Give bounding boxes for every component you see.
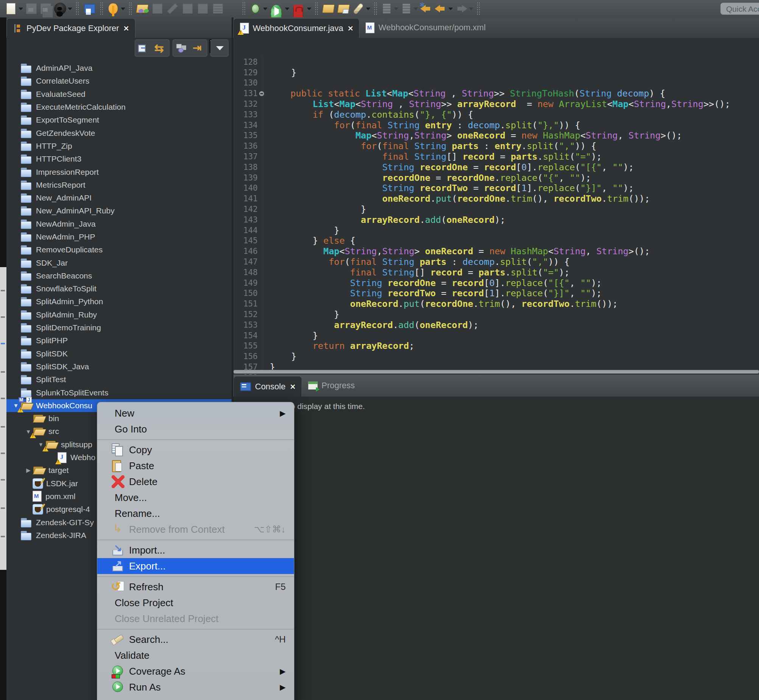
line-number[interactable]: 146 (233, 247, 260, 256)
package-presentation-icon[interactable] (175, 42, 188, 55)
console-tab-Console[interactable]: Console× (233, 376, 302, 397)
code-area[interactable]: 128129 }130131 public static List<Map<St… (233, 57, 759, 387)
close-icon[interactable]: × (124, 23, 129, 34)
tree-item-New_AdminAPI[interactable]: New_AdminAPI (6, 191, 231, 204)
menu-item-import-[interactable]: Import... (97, 542, 294, 558)
line-number[interactable]: 147 (233, 257, 260, 266)
chevron-down-icon[interactable] (366, 8, 370, 10)
link-with-editor-icon[interactable] (154, 42, 167, 55)
line-number[interactable]: 151 (233, 299, 260, 308)
line-number[interactable]: 156 (233, 352, 260, 361)
line-number[interactable]: 155 (233, 341, 260, 350)
quick-access-box[interactable]: Quick Access (720, 3, 759, 15)
chevron-down-icon[interactable] (307, 8, 311, 10)
toolbar-button-back[interactable] (435, 1, 453, 16)
menu-item-run-as[interactable]: Run As▶ (97, 679, 294, 695)
line-number[interactable]: 144 (233, 226, 260, 235)
tree-item-SplitTest[interactable]: SplitTest (6, 373, 231, 386)
line-number[interactable]: 133 (233, 110, 260, 119)
close-icon[interactable]: × (348, 23, 353, 34)
line-number[interactable]: 130 (233, 78, 260, 88)
chevron-down-icon[interactable] (448, 8, 453, 10)
horizontal-scrollbar[interactable] (233, 370, 759, 374)
menu-item-move-[interactable]: Move... (97, 490, 294, 506)
line-number[interactable]: 128 (233, 58, 260, 67)
view-menu-icon[interactable] (213, 42, 226, 55)
line-number[interactable]: 129 (233, 68, 260, 77)
menu-item-refresh[interactable]: RefreshF5 (97, 579, 294, 595)
toolbar-button-folder-clipboard[interactable] (337, 1, 350, 16)
menu-item-validate[interactable]: Validate (97, 647, 294, 663)
menu-item-close-project[interactable]: Close Project (97, 595, 294, 611)
toolbar-button-bug-green[interactable] (249, 1, 267, 16)
tree-item-SplitAdmin_Python[interactable]: SplitAdmin_Python (6, 295, 231, 308)
tree-item-SDK_Jar[interactable]: SDK_Jar (6, 256, 231, 269)
tree-item-EvaluateSeed[interactable]: EvaluateSeed (6, 88, 231, 101)
tree-item-SearchBeacons[interactable]: SearchBeacons (6, 269, 231, 282)
toolbar-button-profile-red[interactable] (292, 1, 311, 16)
menu-item-paste[interactable]: Paste (97, 458, 294, 474)
focus-on-active-task-icon[interactable] (192, 42, 205, 55)
tree-item-SplitSDK_Java[interactable]: SplitSDK_Java (6, 360, 231, 373)
toolbar-button-bug-orange[interactable] (107, 1, 125, 16)
line-number[interactable]: 134 (233, 121, 260, 130)
chevron-down-icon[interactable] (414, 8, 418, 10)
close-icon[interactable]: × (290, 381, 295, 392)
editor-tab-WebhookConsumer.java[interactable]: WebhookConsumer.java× (233, 18, 359, 38)
chevron-down-icon[interactable] (469, 8, 473, 10)
line-number[interactable]: 141 (233, 194, 260, 203)
toolbar-button-folder-open[interactable] (322, 1, 335, 16)
tree-item-ExecuteMetricCalculation[interactable]: ExecuteMetricCalculation (6, 101, 231, 114)
menu-item-search-[interactable]: Search...^H (97, 631, 294, 647)
tree-item-GetZendeskVote[interactable]: GetZendeskVote (6, 127, 231, 139)
menu-item-rename-[interactable]: Rename... (97, 506, 294, 522)
line-number[interactable]: 152 (233, 310, 260, 319)
tree-item-ExportToSegment[interactable]: ExportToSegment (6, 114, 231, 127)
tree-item-New_AdminAPI_Ruby[interactable]: New_AdminAPI_Ruby (6, 204, 231, 217)
tree-item-SplitSDK[interactable]: SplitSDK (6, 347, 231, 360)
chevron-down-icon[interactable] (68, 8, 72, 10)
editor-tab-WebhookConsumer/pom.xml[interactable]: WebhookConsumer/pom.xml (359, 17, 492, 38)
line-number[interactable]: 140 (233, 183, 260, 192)
line-number[interactable]: 135 (233, 131, 260, 140)
menu-item-copy[interactable]: Copy (97, 442, 294, 458)
tree-item-RemoveDuplicates[interactable]: RemoveDuplicates (6, 243, 231, 256)
line-number[interactable]: 142 (233, 205, 260, 214)
line-number[interactable]: 139 (233, 173, 260, 182)
chevron-down-icon[interactable] (19, 8, 23, 10)
line-number[interactable]: 148 (233, 268, 260, 277)
tree-item-NewAdmin_Java[interactable]: NewAdmin_Java (6, 217, 231, 230)
menu-item-export-[interactable]: Export... (97, 558, 294, 574)
tree-item-HTTPClient3[interactable]: HTTPClient3 (6, 153, 231, 166)
menu-item-go-into[interactable]: Go Into (97, 421, 294, 437)
line-number[interactable]: 150 (233, 289, 260, 298)
tree-item-AdminAPI_Java[interactable]: AdminAPI_Java (6, 62, 231, 75)
chevron-down-icon[interactable] (121, 8, 125, 10)
menu-item-new[interactable]: New▶ (97, 405, 294, 421)
tree-item-ImpressionReport[interactable]: ImpressionReport (6, 166, 231, 178)
line-number[interactable]: 137 (233, 152, 260, 161)
chevron-down-icon[interactable] (285, 8, 289, 10)
chevron-down-icon[interactable] (263, 8, 267, 10)
toolbar-button-user-profile[interactable] (54, 1, 72, 16)
toolbar-button-marker-pen[interactable] (352, 1, 370, 16)
line-number[interactable]: 154 (233, 331, 260, 340)
tab-pydev-package-explorer[interactable]: PyDev Package Explorer × (6, 18, 136, 38)
toolbar-button-console-monitor[interactable] (83, 1, 97, 16)
menu-item-coverage-as[interactable]: Coverage As▶ (97, 663, 294, 679)
tree-item-NewAdmin_PHP[interactable]: NewAdmin_PHP (6, 230, 231, 243)
console-tab-Progress[interactable]: Progress (302, 375, 361, 397)
line-number[interactable]: 153 (233, 320, 260, 330)
tree-item-HTTP_Zip[interactable]: HTTP_Zip (6, 140, 231, 153)
menu-item-delete[interactable]: Delete (97, 474, 294, 490)
tree-item-SplunkToSplitEvents[interactable]: SplunkToSplitEvents (6, 386, 231, 399)
tree-item-SplitAdmin_Ruby[interactable]: SplitAdmin_Ruby (6, 308, 231, 321)
line-number[interactable]: 145 (233, 236, 260, 245)
tree-item-SplitPHP[interactable]: SplitPHP (6, 334, 231, 347)
chevron-collapsed-icon[interactable]: ▶ (24, 467, 33, 474)
toolbar-button-new-wizard[interactable] (5, 1, 23, 16)
tree-item-CorrelateUsers[interactable]: CorrelateUsers (6, 75, 231, 88)
toolbar-button-run-green[interactable] (270, 1, 289, 16)
line-number[interactable]: 149 (233, 278, 260, 288)
line-number[interactable]: 132 (233, 100, 260, 109)
